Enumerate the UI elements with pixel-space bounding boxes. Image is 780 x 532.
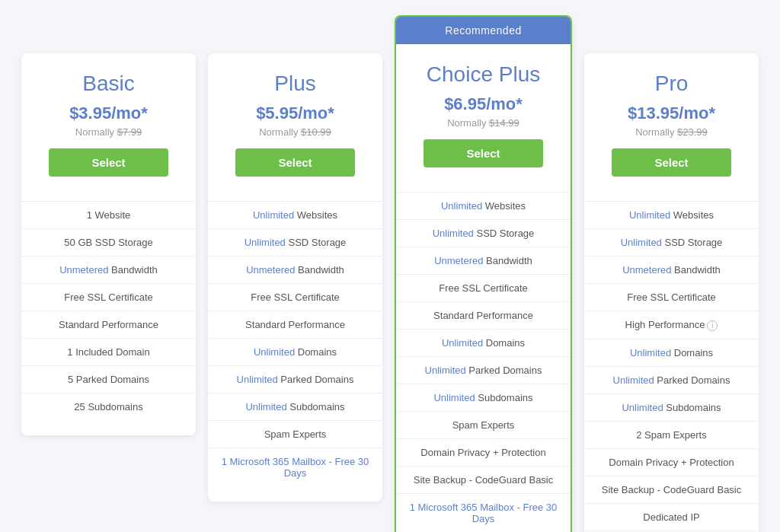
feature-item: 1 Microsoft 365 Mailbox - Free 30 Days <box>208 448 382 486</box>
features-list-plus: Unlimited WebsitesUnlimited SSD StorageU… <box>208 201 382 486</box>
feature-item: Unlimited Subdomains <box>208 393 382 420</box>
feature-item: Free SSL Certificate <box>584 283 759 311</box>
plan-price-choice-plus: $6.95/mo* <box>408 94 558 114</box>
feature-item: 25 Subdomains <box>21 393 196 420</box>
feature-item: Spam Experts <box>208 420 382 448</box>
feature-item: Unlimited Parked Domains <box>208 365 382 393</box>
features-list-choice-plus: Unlimited WebsitesUnlimited SSD StorageU… <box>396 192 571 532</box>
features-list-basic: 1 Website50 GB SSD StorageUnmetered Band… <box>21 201 196 420</box>
feature-item: Unmetered Bandwidth <box>21 256 196 283</box>
feature-item: Unlimited SSD Storage <box>208 228 382 256</box>
plan-name-pro: Pro <box>596 72 746 96</box>
plan-card-basic: Basic $3.95/mo* Normally $7.99 Select 1 … <box>21 53 196 435</box>
plan-normal-price-plus: Normally $10.99 <box>220 126 370 138</box>
feature-item: Unlimited Parked Domains <box>584 366 759 393</box>
feature-item: Unlimited Domains <box>396 329 571 356</box>
plan-price-pro: $13.95/mo* <box>596 104 746 123</box>
feature-item: Unlimited Websites <box>208 201 382 228</box>
feature-item: Unlimited Domains <box>584 339 759 366</box>
feature-item: 1 Microsoft 365 Mailbox - Free 30 Days <box>396 493 571 532</box>
feature-item: Unlimited Websites <box>584 201 759 228</box>
plan-normal-price-pro: Normally $23.99 <box>596 126 746 138</box>
feature-item: Site Backup - CodeGuard Basic <box>584 476 759 503</box>
plan-header-choice-plus: Choice Plus $6.95/mo* Normally $14.99 Se… <box>396 44 571 180</box>
plan-card-plus: Plus $5.95/mo* Normally $10.99 Select Un… <box>208 53 382 502</box>
feature-item: Domain Privacy + Protection <box>584 448 759 476</box>
plan-price-basic: $3.95/mo* <box>34 104 184 123</box>
select-button-choice-plus[interactable]: Select <box>424 139 544 167</box>
feature-item: Standard Performance <box>208 311 382 338</box>
plan-name-plus: Plus <box>220 72 370 96</box>
feature-item: Spam Experts <box>396 411 571 438</box>
feature-item: Site Backup - CodeGuard Basic <box>396 466 571 493</box>
plan-header-basic: Basic $3.95/mo* Normally $7.99 Select <box>21 53 196 189</box>
feature-item: 5 Parked Domains <box>21 365 196 393</box>
feature-item: Free SSL Certificate <box>21 283 196 311</box>
feature-item: 2 Spam Experts <box>584 421 759 448</box>
plan-card-choice-plus: Recommended Choice Plus $6.95/mo* Normal… <box>395 15 572 532</box>
feature-item: Standard Performance <box>21 311 196 338</box>
plan-header-plus: Plus $5.95/mo* Normally $10.99 Select <box>208 53 382 189</box>
plan-card-pro: Pro $13.95/mo* Normally $23.99 Select Un… <box>584 53 759 532</box>
feature-item: Dedicated IP <box>584 503 759 530</box>
select-button-plus[interactable]: Select <box>235 148 356 177</box>
feature-item: Unlimited SSD Storage <box>396 219 571 247</box>
pricing-container: Basic $3.95/mo* Normally $7.99 Select 1 … <box>15 15 765 532</box>
feature-item: 1 Website <box>21 201 196 228</box>
feature-item: High Performancei <box>584 311 759 339</box>
feature-item: Standard Performance <box>396 301 571 329</box>
feature-item: Unlimited Subdomains <box>584 393 759 421</box>
plan-normal-price-choice-plus: Normally $14.99 <box>408 117 558 129</box>
feature-item: Domain Privacy + Protection <box>396 438 571 466</box>
feature-item: Unlimited SSD Storage <box>584 228 759 256</box>
plan-name-choice-plus: Choice Plus <box>408 62 558 87</box>
recommended-badge: Recommended <box>396 17 571 44</box>
feature-item: 1 Included Domain <box>21 338 196 365</box>
plan-name-basic: Basic <box>34 72 184 96</box>
feature-item: Unmetered Bandwidth <box>208 256 382 283</box>
feature-item: Unlimited Websites <box>396 192 571 219</box>
feature-item: 50 GB SSD Storage <box>21 228 196 256</box>
feature-item: Unlimited Subdomains <box>396 384 571 411</box>
feature-item: Free SSL Certificate <box>208 283 382 311</box>
plan-normal-price-basic: Normally $7.99 <box>34 126 184 138</box>
feature-item: Unlimited Parked Domains <box>396 356 571 384</box>
features-list-pro: Unlimited WebsitesUnlimited SSD StorageU… <box>584 201 759 532</box>
feature-item: Unmetered Bandwidth <box>396 247 571 274</box>
info-icon: i <box>707 320 718 331</box>
feature-item: Unmetered Bandwidth <box>584 256 759 283</box>
select-button-basic[interactable]: Select <box>49 148 169 177</box>
feature-item: Unlimited Domains <box>208 338 382 365</box>
feature-item: Free SSL Certificate <box>396 274 571 301</box>
select-button-pro[interactable]: Select <box>612 148 732 177</box>
plan-price-plus: $5.95/mo* <box>220 104 370 123</box>
plan-header-pro: Pro $13.95/mo* Normally $23.99 Select <box>584 53 759 189</box>
